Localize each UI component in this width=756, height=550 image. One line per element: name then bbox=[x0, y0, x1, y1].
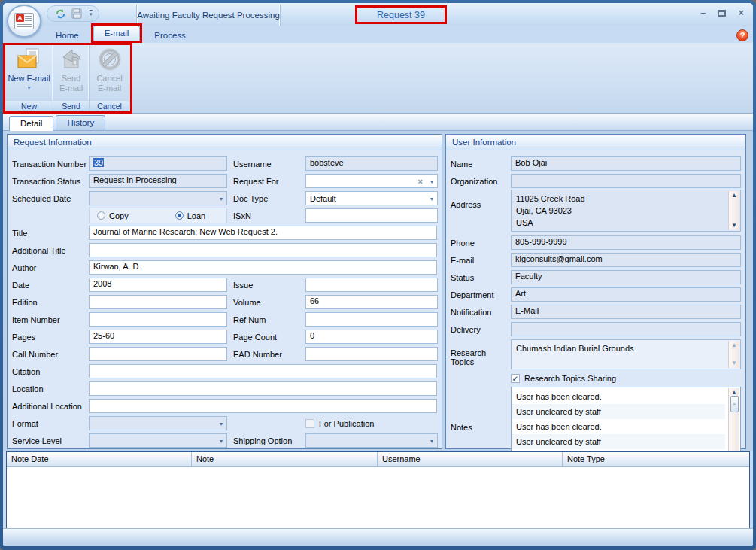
shipping-option-dropdown-icon[interactable]: ▾ bbox=[427, 438, 433, 445]
ribbon-tab-bar: Home E-mail Process ? bbox=[3, 26, 753, 43]
copy-radio[interactable]: Copy bbox=[97, 211, 129, 220]
column-header-note-date[interactable]: Note Date bbox=[7, 452, 192, 466]
ribbon-group-footer-new[interactable]: New bbox=[5, 100, 53, 111]
call-number-field[interactable] bbox=[89, 347, 227, 361]
request-for-dropdown-icon[interactable]: ▾ bbox=[427, 178, 433, 185]
ref-num-field[interactable] bbox=[305, 312, 438, 327]
close-button[interactable]: × bbox=[738, 8, 744, 18]
transaction-status-field[interactable]: Request In Processing bbox=[89, 174, 227, 188]
send-email-button[interactable]: SendE-mail bbox=[53, 45, 89, 100]
transaction-number-field[interactable]: 39 bbox=[89, 156, 227, 171]
edition-field[interactable] bbox=[89, 295, 227, 309]
title-field[interactable]: Journal of Marine Research; New Web Requ… bbox=[89, 226, 437, 240]
name-field[interactable]: Bob Ojai bbox=[511, 156, 741, 171]
new-email-dropdown-icon[interactable]: ▾ bbox=[27, 84, 30, 91]
page-count-field[interactable]: 0 bbox=[305, 330, 438, 344]
additional-location-label: Additional Location bbox=[12, 402, 89, 411]
column-header-note-type[interactable]: Note Type bbox=[563, 452, 749, 466]
ref-num-label: Ref Num bbox=[227, 315, 305, 324]
new-email-button[interactable]: New E-mail ▾ bbox=[5, 45, 53, 100]
loan-radio[interactable]: Loan bbox=[175, 211, 205, 220]
ribbon-group-send: SendE-mail Send bbox=[53, 45, 90, 111]
column-header-username[interactable]: Username bbox=[378, 452, 563, 466]
tab-detail[interactable]: Detail bbox=[9, 116, 53, 131]
tab-process[interactable]: Process bbox=[144, 29, 196, 43]
qat-customize-chevron-icon[interactable]: ▾ bbox=[90, 10, 93, 17]
volume-field[interactable]: 66 bbox=[305, 295, 438, 309]
scroll-up-icon[interactable]: ▲ bbox=[731, 193, 737, 199]
title-bar: ▾ Awaiting Faculty Request Processing Re… bbox=[3, 3, 753, 26]
tab-email[interactable]: E-mail bbox=[93, 26, 141, 41]
organization-field[interactable] bbox=[511, 174, 741, 188]
delivery-field[interactable] bbox=[511, 322, 741, 336]
ribbon-group-footer-cancel[interactable]: Cancel bbox=[90, 100, 129, 111]
detail-tab-strip: Detail History bbox=[3, 114, 753, 131]
tab-history[interactable]: History bbox=[56, 115, 105, 130]
scrollbar-thumb[interactable]: ≡ bbox=[730, 396, 739, 412]
transaction-status-label: Transaction Status bbox=[12, 177, 89, 186]
isxn-field[interactable] bbox=[305, 208, 438, 223]
tab-home[interactable]: Home bbox=[45, 29, 90, 43]
research-topics-field[interactable]: Chumash Indian Burial Grounds ▲ ▼ bbox=[511, 339, 741, 369]
scroll-down-icon[interactable]: ▼ bbox=[731, 360, 737, 366]
location-label: Location bbox=[12, 384, 89, 394]
notification-label: Notification bbox=[451, 308, 511, 317]
user-information-panel: User Information Name Bob Ojai Organizat… bbox=[445, 134, 746, 449]
notification-field[interactable]: E-Mail bbox=[511, 305, 741, 319]
ead-number-label: EAD Number bbox=[227, 350, 305, 359]
email-tab-annotation-box: E-mail bbox=[91, 23, 143, 43]
request-for-clear-icon[interactable]: × bbox=[418, 177, 427, 186]
format-combobox[interactable]: ▾ bbox=[89, 416, 227, 430]
scroll-up-icon[interactable]: ▲ bbox=[731, 342, 737, 348]
doc-type-combobox[interactable]: Default ▾ bbox=[305, 191, 438, 205]
request-for-label: Request For bbox=[227, 177, 305, 186]
save-icon[interactable] bbox=[70, 7, 83, 20]
additional-title-field[interactable] bbox=[89, 243, 437, 257]
address-scrollbar[interactable]: ▲ ▼ bbox=[728, 191, 739, 230]
service-level-combobox[interactable]: ▾ bbox=[89, 433, 227, 448]
detail-page: Request Information Transaction Number 3… bbox=[3, 131, 753, 451]
help-button[interactable]: ? bbox=[736, 29, 748, 41]
item-number-field[interactable] bbox=[89, 312, 227, 327]
application-menu-button[interactable]: A bbox=[7, 5, 41, 38]
status-bar bbox=[3, 528, 753, 546]
request-information-header: Request Information bbox=[8, 135, 442, 150]
author-field[interactable]: Kirwan, A. D. bbox=[89, 260, 437, 275]
date-field[interactable]: 2008 bbox=[89, 278, 227, 292]
ribbon-group-footer-send[interactable]: Send bbox=[53, 100, 89, 111]
format-label: Format bbox=[12, 419, 89, 428]
phone-field[interactable]: 805-999-9999 bbox=[511, 235, 741, 250]
notes-table-body[interactable] bbox=[7, 467, 749, 528]
ead-number-field[interactable] bbox=[305, 347, 438, 361]
refresh-icon[interactable] bbox=[53, 7, 67, 20]
email-field[interactable]: klgconsults@gmail.com bbox=[511, 253, 741, 267]
research-topics-sharing-checkbox[interactable]: ✓ bbox=[511, 374, 520, 383]
department-field[interactable]: Art bbox=[511, 287, 741, 302]
cancel-email-button[interactable]: CancelE-mail bbox=[90, 45, 129, 100]
status-field[interactable]: Faculty bbox=[511, 270, 741, 284]
maximize-button[interactable] bbox=[718, 10, 726, 17]
research-topics-label: Research Topics bbox=[451, 339, 511, 366]
additional-location-field[interactable] bbox=[89, 399, 437, 413]
scheduled-date-dropdown-icon[interactable]: ▾ bbox=[217, 196, 223, 202]
address-field[interactable]: 11025 Creek Road Ojai, CA 93023 USA ▲ ▼ bbox=[511, 190, 741, 232]
pages-field[interactable]: 25-60 bbox=[89, 330, 227, 344]
username-field[interactable]: bobsteve bbox=[305, 156, 438, 171]
format-dropdown-icon[interactable]: ▾ bbox=[217, 421, 223, 427]
location-field[interactable] bbox=[89, 381, 437, 396]
scroll-up-icon[interactable]: ▲ bbox=[731, 390, 737, 396]
citation-field[interactable] bbox=[89, 364, 437, 378]
title-annotation-box: Request 39 bbox=[355, 5, 447, 24]
request-for-combobox[interactable]: × ▾ bbox=[305, 174, 438, 188]
for-publication-checkbox[interactable] bbox=[305, 419, 314, 428]
minimize-button[interactable]: – bbox=[700, 8, 706, 18]
shipping-option-combobox[interactable]: ▾ bbox=[305, 433, 438, 448]
scroll-down-icon[interactable]: ▼ bbox=[731, 223, 737, 229]
service-level-dropdown-icon[interactable]: ▾ bbox=[217, 438, 223, 445]
doc-type-dropdown-icon[interactable]: ▾ bbox=[427, 196, 433, 202]
issue-field[interactable] bbox=[305, 278, 438, 292]
research-topics-scrollbar[interactable]: ▲ ▼ bbox=[728, 341, 739, 368]
column-header-note[interactable]: Note bbox=[192, 452, 378, 466]
scheduled-date-combobox[interactable]: ▾ bbox=[89, 191, 227, 205]
notes-table: Note Date Note Username Note Type bbox=[6, 451, 750, 528]
